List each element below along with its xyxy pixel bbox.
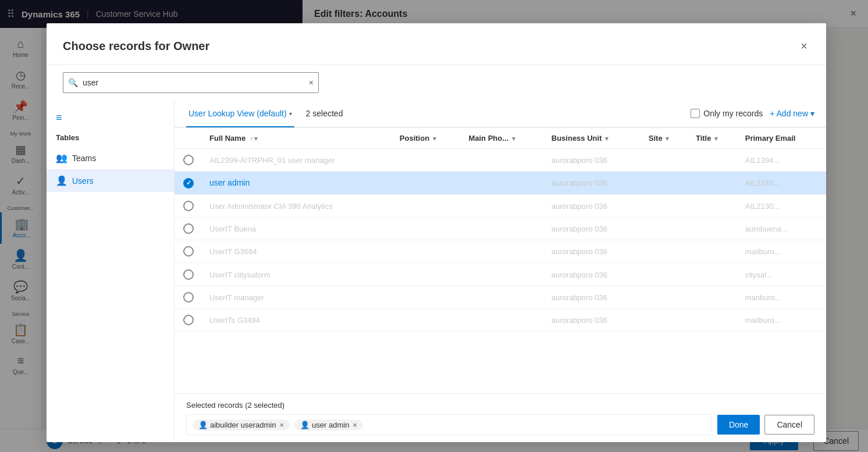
- search-clear-button[interactable]: ×: [304, 78, 318, 87]
- blurred-name: UserITs G3494: [209, 316, 260, 325]
- view-tab-user-lookup[interactable]: User Lookup View (default) ▾: [186, 101, 294, 127]
- cell-phone: [461, 217, 544, 240]
- blurred-email: manburo...: [745, 293, 781, 302]
- row-select-cell[interactable]: [175, 217, 202, 240]
- radio-button[interactable]: [183, 315, 194, 325]
- modal: Choose records for Owner × 🔍 × ≡ Tables …: [47, 23, 826, 442]
- cell-site: [642, 309, 689, 332]
- cell-phone: [461, 149, 544, 172]
- left-nav-item-teams[interactable]: 👥 Teams: [47, 147, 174, 169]
- add-new-button[interactable]: + Add new ▾: [770, 109, 814, 118]
- chevron-down-icon: ▾: [289, 111, 292, 117]
- left-nav-item-users[interactable]: 👤 Users: [47, 169, 174, 192]
- radio-button[interactable]: [183, 292, 194, 302]
- col-site[interactable]: Site ▾: [642, 128, 689, 149]
- search-input[interactable]: [83, 78, 304, 87]
- row-select-cell[interactable]: [175, 194, 202, 217]
- only-my-records-checkbox[interactable]: [691, 109, 700, 118]
- row-select-cell[interactable]: [175, 309, 202, 332]
- cell-businessunit: aurorabporo 036: [545, 309, 642, 332]
- cell-fullname: UserIT manager: [202, 286, 393, 308]
- done-button[interactable]: Done: [717, 415, 760, 435]
- cell-email: AIL2310...: [738, 172, 826, 194]
- cell-email: AIL2130...: [738, 194, 826, 217]
- row-select-cell[interactable]: [175, 172, 202, 194]
- blurred-name: UserIT manager: [209, 293, 264, 302]
- title-filter-icon: ▾: [714, 135, 718, 142]
- user-nav-icon: 👤: [56, 175, 67, 186]
- col-position[interactable]: Position ▾: [393, 128, 462, 149]
- blurred-bu: aurorabporo 036: [552, 247, 607, 256]
- cell-businessunit: aurorabporo 036: [545, 172, 642, 194]
- col-email: Primary Email: [738, 128, 826, 149]
- blurred-name: UserIT Buena: [209, 225, 256, 233]
- cell-position: [393, 240, 462, 263]
- users-label: Users: [72, 176, 94, 186]
- cell-site: [642, 149, 689, 172]
- radio-button[interactable]: [183, 201, 194, 211]
- cell-fullname: UserIT G3694: [202, 240, 393, 263]
- cell-fullname: UserIT Buena: [202, 217, 393, 240]
- tables-label: Tables: [47, 129, 174, 147]
- cell-fullname: user admin: [202, 172, 393, 194]
- cell-businessunit: aurorabporo 036: [545, 263, 642, 286]
- chip-remove-1-button[interactable]: ×: [279, 421, 284, 429]
- left-panel: ≡ Tables 👥 Teams 👤 Users: [47, 100, 175, 442]
- cell-businessunit: aurorabporo 036: [545, 217, 642, 240]
- row-select-cell[interactable]: [175, 240, 202, 263]
- cell-fullname: User Administrator CIA 390 Analytics: [202, 194, 393, 217]
- add-new-chevron-icon: ▾: [810, 109, 814, 118]
- user-link[interactable]: user admin: [209, 178, 250, 187]
- cell-phone: [461, 263, 544, 286]
- cell-position: [393, 194, 462, 217]
- position-filter-icon: ▾: [433, 135, 436, 142]
- blurred-bu: aurorabporo 036: [552, 156, 607, 165]
- col-fullname[interactable]: Full Name ↑▾: [202, 128, 393, 149]
- cell-phone: [461, 172, 544, 194]
- search-input-wrap: 🔍 ×: [63, 72, 319, 93]
- cell-site: [642, 217, 689, 240]
- radio-button[interactable]: [183, 223, 194, 234]
- selected-count-badge: 2 selected: [306, 109, 343, 118]
- chip-remove-2-button[interactable]: ×: [353, 421, 357, 429]
- col-businessunit[interactable]: Business Unit ▾: [545, 128, 642, 149]
- cell-title: [689, 217, 738, 240]
- cancel-button[interactable]: Cancel: [764, 415, 814, 435]
- toolbar-right: Only my records + Add new ▾: [691, 109, 814, 118]
- cell-site: [642, 240, 689, 263]
- view-tab-label: User Lookup View (default): [188, 109, 287, 118]
- filter-icon-row: ≡: [47, 107, 174, 129]
- row-select-cell[interactable]: [175, 286, 202, 308]
- cell-email: mailburo...: [738, 240, 826, 263]
- teams-label: Teams: [72, 154, 96, 163]
- col-title[interactable]: Title ▾: [689, 128, 738, 149]
- table-row: UserIT G3694 aurorabporo 036 mailburo...: [175, 240, 826, 263]
- cell-title: [689, 263, 738, 286]
- cell-site: [642, 194, 689, 217]
- cell-email: mailburo...: [738, 309, 826, 332]
- cell-title: [689, 172, 738, 194]
- radio-button[interactable]: [183, 155, 194, 165]
- radio-button[interactable]: [183, 269, 194, 280]
- cell-title: [689, 149, 738, 172]
- row-select-cell[interactable]: [175, 149, 202, 172]
- chip-label-2: user admin: [312, 421, 349, 429]
- chip-user-icon-1: 👤: [198, 421, 208, 429]
- col-mainphone[interactable]: Main Pho... ▾: [461, 128, 544, 149]
- table-row: UserITs G3494 aurorabporo 036 mailburo..…: [175, 309, 826, 332]
- search-icon: 🔍: [63, 78, 83, 87]
- radio-button-checked[interactable]: [183, 178, 194, 188]
- table-row: UserIT citiysaform aurorabporo 036 citys…: [175, 263, 826, 286]
- cell-title: [689, 286, 738, 308]
- table-row: UserIT manager aurorabporo 036 manburo..…: [175, 286, 826, 308]
- radio-button[interactable]: [183, 246, 194, 257]
- cell-phone: [461, 194, 544, 217]
- modal-close-button[interactable]: ×: [798, 37, 810, 55]
- blurred-bu: aurorabporo 036: [552, 293, 607, 302]
- cell-phone: [461, 240, 544, 263]
- cell-position: [393, 309, 462, 332]
- blurred-bu: aurorabporo 036: [552, 316, 607, 325]
- modal-body: ≡ Tables 👥 Teams 👤 Users User Lookup Vie…: [47, 100, 826, 442]
- row-select-cell[interactable]: [175, 263, 202, 286]
- only-my-records-toggle[interactable]: Only my records: [691, 109, 763, 118]
